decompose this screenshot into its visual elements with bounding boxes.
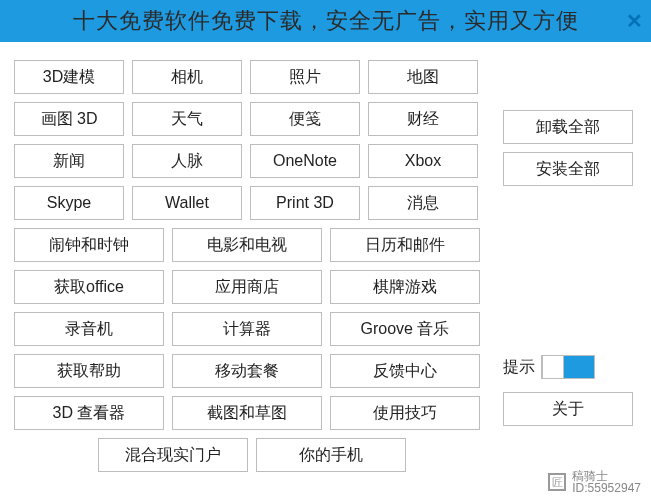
watermark-icon: 匠 — [548, 473, 566, 491]
app-tile[interactable]: 使用技巧 — [330, 396, 480, 430]
app-tile[interactable]: Print 3D — [250, 186, 360, 220]
watermark: 匠 稿骑士 ID:55952947 — [548, 470, 641, 494]
app-tile[interactable]: Skype — [14, 186, 124, 220]
app-tile[interactable]: 应用商店 — [172, 270, 322, 304]
app-grid: 3D建模 相机 照片 地图 画图 3D 天气 便笺 财经 新闻 人脉 OneNo… — [14, 60, 489, 480]
app-tile[interactable]: 财经 — [368, 102, 478, 136]
side-panel: 卸载全部 安装全部 提示 关于 — [489, 60, 641, 480]
app-tile[interactable]: 棋牌游戏 — [330, 270, 480, 304]
app-tile[interactable]: 3D建模 — [14, 60, 124, 94]
app-tile[interactable]: Wallet — [132, 186, 242, 220]
app-tile[interactable]: 相机 — [132, 60, 242, 94]
app-tile[interactable]: 计算器 — [172, 312, 322, 346]
banner-text: 十大免费软件免费下载，安全无广告，实用又方便 — [73, 6, 579, 36]
app-tile[interactable]: 照片 — [250, 60, 360, 94]
app-tile[interactable]: 画图 3D — [14, 102, 124, 136]
about-button[interactable]: 关于 — [503, 392, 633, 426]
app-tile[interactable]: 人脉 — [132, 144, 242, 178]
app-tile[interactable]: 地图 — [368, 60, 478, 94]
ad-banner: 十大免费软件免费下载，安全无广告，实用又方便 ✕ — [0, 0, 651, 42]
app-tile[interactable]: 获取帮助 — [14, 354, 164, 388]
app-tile[interactable]: 录音机 — [14, 312, 164, 346]
app-tile[interactable]: OneNote — [250, 144, 360, 178]
app-tile[interactable]: 闹钟和时钟 — [14, 228, 164, 262]
app-tile[interactable]: 你的手机 — [256, 438, 406, 472]
watermark-id: ID:55952947 — [572, 482, 641, 494]
toggle-knob — [542, 355, 564, 379]
app-tile[interactable]: Xbox — [368, 144, 478, 178]
app-tile[interactable]: 天气 — [132, 102, 242, 136]
hint-toggle[interactable] — [541, 355, 595, 379]
app-tile[interactable]: 移动套餐 — [172, 354, 322, 388]
app-tile[interactable]: 获取office — [14, 270, 164, 304]
app-tile[interactable]: 便笺 — [250, 102, 360, 136]
app-tile[interactable]: Groove 音乐 — [330, 312, 480, 346]
install-all-button[interactable]: 安装全部 — [503, 152, 633, 186]
app-tile[interactable]: 新闻 — [14, 144, 124, 178]
app-tile[interactable]: 日历和邮件 — [330, 228, 480, 262]
uninstall-all-button[interactable]: 卸载全部 — [503, 110, 633, 144]
app-tile[interactable]: 消息 — [368, 186, 478, 220]
toggle-label: 提示 — [503, 357, 535, 378]
app-tile[interactable]: 混合现实门户 — [98, 438, 248, 472]
app-tile[interactable]: 截图和草图 — [172, 396, 322, 430]
close-icon[interactable]: ✕ — [626, 9, 643, 33]
app-tile[interactable]: 电影和电视 — [172, 228, 322, 262]
app-tile[interactable]: 反馈中心 — [330, 354, 480, 388]
app-tile[interactable]: 3D 查看器 — [14, 396, 164, 430]
